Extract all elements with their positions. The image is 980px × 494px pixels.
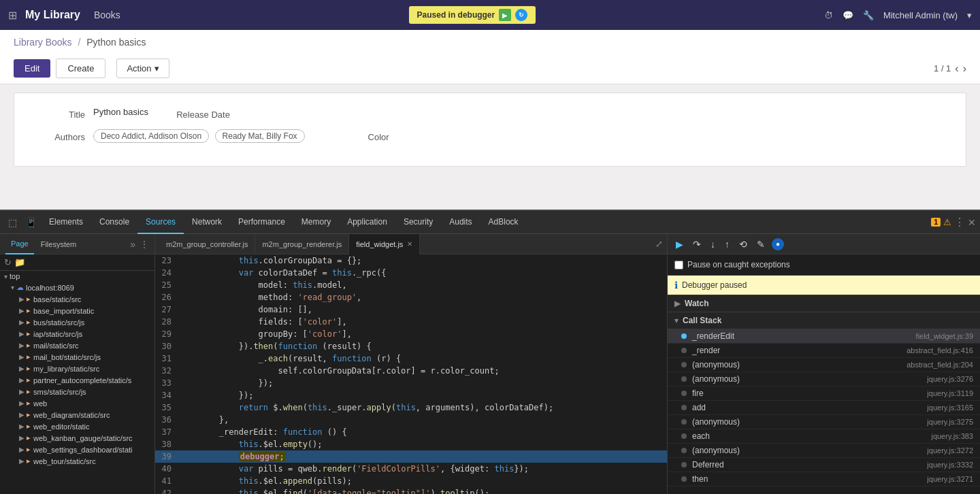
- tree-arrow-2: ▶: [19, 318, 24, 326]
- tree-arrow-9: ▶: [19, 399, 24, 407]
- source-tab-2[interactable]: field_widget.js ✕: [349, 234, 420, 254]
- call-stack-item-1[interactable]: _render abstract_field.js:416: [668, 344, 980, 358]
- devtools-device-icon[interactable]: 📱: [21, 211, 41, 234]
- pause-on-exceptions-checkbox[interactable]: [674, 261, 683, 269]
- step-over-button[interactable]: ↷: [690, 237, 704, 251]
- grid-icon[interactable]: ⊞: [8, 9, 17, 22]
- watch-section-header[interactable]: ▶ Watch: [668, 295, 980, 312]
- tree-item-10[interactable]: ▶ ▸ web_diagram/static/src: [0, 409, 154, 421]
- file-panel-menu-icon[interactable]: ⋮: [140, 239, 149, 250]
- deactivate-breakpoints-button[interactable]: ⟲: [736, 237, 750, 251]
- call-stack-dot-7: [681, 433, 687, 439]
- chat-icon[interactable]: 💬: [843, 10, 853, 20]
- tree-item-top[interactable]: ▾ top: [0, 271, 154, 282]
- top-nav: ⊞ My Library Books Paused in debugger ▶ …: [0, 0, 980, 30]
- folder-icon-14: ▸: [27, 457, 31, 465]
- resume-execution-button[interactable]: ▶: [673, 237, 686, 251]
- tree-item-13[interactable]: ▶ ▸ web_settings_dashboard/stati: [0, 444, 154, 455]
- tab-performance[interactable]: Performance: [230, 211, 293, 234]
- tree-item-localhost[interactable]: ▾ ☁ localhost:8069: [0, 282, 154, 293]
- action-button[interactable]: Action ▾: [116, 59, 169, 78]
- call-stack-item-8[interactable]: (anonymous) jquery.js:3272: [668, 444, 980, 458]
- devtools-more-icon[interactable]: ⋮: [954, 216, 965, 229]
- author-tag-1[interactable]: Ready Mat, Billy Fox: [215, 129, 305, 143]
- code-area[interactable]: 23 this.colorGroupData = {}; 24 var colo…: [155, 254, 667, 494]
- tree-item-1[interactable]: ▶ ▸ base_import/static: [0, 305, 154, 316]
- devtools-close-icon[interactable]: ✕: [968, 217, 976, 228]
- file-sync-icon[interactable]: ↻: [4, 257, 12, 267]
- call-stack-file-7: jquery.js:383: [931, 432, 973, 440]
- file-tab-filesystem[interactable]: Filesystem: [35, 234, 82, 254]
- author-tag-0[interactable]: Deco Addict, Addison Olson: [93, 129, 209, 143]
- call-stack-fn-1: _render: [692, 346, 906, 355]
- call-stack-item-0[interactable]: _renderEdit field_widget.js:39: [668, 329, 980, 344]
- call-stack-item-7[interactable]: each jquery.js:383: [668, 429, 980, 444]
- tree-item-12[interactable]: ▶ ▸ web_kanban_gauge/static/src: [0, 432, 154, 444]
- call-stack-item-4[interactable]: fire jquery.js:3119: [668, 386, 980, 401]
- tree-item-3[interactable]: ▶ ▸ iap/static/src/js: [0, 328, 154, 340]
- source-expand-icon[interactable]: ⤢: [655, 239, 663, 249]
- tab-security[interactable]: Security: [395, 211, 441, 234]
- next-record-button[interactable]: ›: [963, 63, 966, 75]
- source-tab-icons: ⤢: [655, 239, 663, 249]
- folder-icon-12: ▸: [27, 433, 31, 442]
- step-out-button[interactable]: ↑: [722, 237, 732, 251]
- source-tab-0[interactable]: m2m_group_controller.js: [159, 234, 255, 254]
- history-icon[interactable]: ⏱: [824, 10, 833, 20]
- edit-breakpoint-button[interactable]: ✎: [754, 237, 768, 251]
- call-stack: _renderEdit field_widget.js:39 _render a…: [668, 329, 980, 494]
- tree-item-6[interactable]: ▶ ▸ my_library/static/src: [0, 363, 154, 374]
- tab-network[interactable]: Network: [184, 211, 230, 234]
- tree-label-9: web: [33, 399, 47, 408]
- call-stack-item-3[interactable]: (anonymous) jquery.js:3276: [668, 372, 980, 386]
- tree-item-7[interactable]: ▶ ▸ partner_autocomplete/static/s: [0, 374, 154, 386]
- call-stack-fn-3: (anonymous): [692, 374, 927, 384]
- tree-item-8[interactable]: ▶ ▸ sms/static/src/js: [0, 386, 154, 397]
- tab-sources[interactable]: Sources: [137, 211, 184, 234]
- tree-item-0[interactable]: ▶ ▸ base/static/src: [0, 293, 154, 305]
- books-link[interactable]: Books: [94, 10, 120, 20]
- tab-memory[interactable]: Memory: [293, 211, 339, 234]
- call-stack-file-1: abstract_field.js:416: [906, 346, 973, 355]
- tree-item-2[interactable]: ▶ ▸ bus/static/src/js: [0, 316, 154, 328]
- tree-label-localhost: localhost:8069: [26, 284, 74, 292]
- breadcrumb-parent[interactable]: Library Books: [14, 37, 72, 48]
- call-stack-label: Call Stack: [683, 316, 721, 325]
- tree-item-5[interactable]: ▶ ▸ mail_bot/static/src/js: [0, 351, 154, 363]
- tab-adblock[interactable]: AdBlock: [480, 211, 527, 234]
- edit-button[interactable]: Edit: [14, 59, 50, 78]
- tree-item-11[interactable]: ▶ ▸ web_editor/static: [0, 421, 154, 432]
- call-stack-item-10[interactable]: then jquery.js:3271: [668, 472, 980, 487]
- file-folder-icon[interactable]: 📁: [14, 257, 25, 267]
- tree-arrow-8: ▶: [19, 388, 24, 395]
- settings-icon[interactable]: 🔧: [863, 10, 874, 20]
- tree-item-9[interactable]: ▶ ▸ web: [0, 397, 154, 409]
- tree-item-4[interactable]: ▶ ▸ mail/static/src: [0, 340, 154, 351]
- call-stack-section-header[interactable]: ▾ Call Stack: [668, 312, 980, 329]
- resume-button[interactable]: ▶: [499, 9, 511, 21]
- tab-application[interactable]: Application: [339, 211, 395, 234]
- call-stack-item-9[interactable]: Deferred jquery.js:3332: [668, 458, 980, 472]
- file-tree: ▾ top ▾ ☁ localhost:8069 ▶ ▸ base/static…: [0, 271, 154, 494]
- call-stack-item-2[interactable]: (anonymous) abstract_field.js:204: [668, 358, 980, 372]
- user-dropdown-icon[interactable]: ▾: [967, 10, 972, 20]
- file-panel-more-icon[interactable]: »: [130, 239, 135, 250]
- tab-audits[interactable]: Audits: [441, 211, 480, 234]
- user-menu[interactable]: Mitchell Admin (tw): [883, 10, 958, 20]
- tab-console[interactable]: Console: [91, 211, 137, 234]
- tree-label-0: base/static/src: [33, 295, 81, 303]
- call-stack-arrow-icon: ▾: [674, 316, 679, 325]
- call-stack-item-6[interactable]: (anonymous) jquery.js:3275: [668, 415, 980, 429]
- prev-record-button[interactable]: ‹: [955, 63, 958, 75]
- tree-label-1: base_import/static: [33, 307, 94, 315]
- source-tab-1[interactable]: m2m_group_renderer.js: [255, 234, 349, 254]
- file-tab-page[interactable]: Page: [5, 234, 34, 254]
- tree-item-14[interactable]: ▶ ▸ web_tour/static/src: [0, 455, 154, 467]
- devtools-inspect-icon[interactable]: ⬚: [4, 211, 21, 234]
- step-over-button[interactable]: ↻: [515, 9, 527, 21]
- create-button[interactable]: Create: [56, 59, 105, 78]
- call-stack-item-5[interactable]: add jquery.js:3165: [668, 401, 980, 415]
- step-into-button[interactable]: ↓: [708, 237, 718, 251]
- source-tab-close-icon[interactable]: ✕: [407, 240, 412, 248]
- tab-elements[interactable]: Elements: [41, 211, 91, 234]
